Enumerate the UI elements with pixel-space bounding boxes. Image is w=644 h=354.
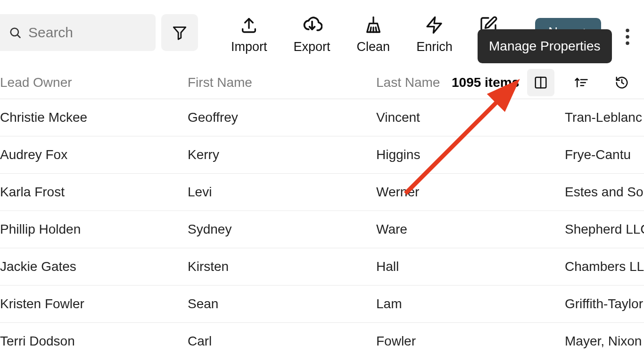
cell-last: Ware <box>376 222 565 237</box>
svg-line-1 <box>17 35 20 37</box>
svg-line-20 <box>622 83 624 84</box>
cell-extra: Shepherd LLC <box>565 222 644 237</box>
header-lead-owner[interactable]: Lead Owner <box>0 75 188 90</box>
table-row[interactable]: Terri DodsonCarlFowlerMayer, Nixon <box>0 323 644 354</box>
broom-icon <box>364 16 383 34</box>
table-row[interactable]: Audrey FoxKerryHigginsFrye-Cantu <box>0 136 644 174</box>
cell-last: Higgins <box>376 147 565 162</box>
history-button[interactable] <box>608 69 636 96</box>
filter-button[interactable] <box>161 14 198 51</box>
cell-last: Vincent <box>376 110 565 125</box>
table-header: Lead Owner First Name Last Name 1095 ite… <box>0 66 644 99</box>
clean-label: Clean <box>357 40 390 54</box>
table-row[interactable]: Kristen FowlerSeanLamGriffith-Taylor <box>0 286 644 323</box>
cell-extra: Frye-Cantu <box>565 147 644 162</box>
filter-icon <box>172 25 188 41</box>
search-box[interactable] <box>0 14 156 51</box>
cell-last: Lam <box>376 296 565 312</box>
header-tools <box>527 69 636 96</box>
svg-line-8 <box>376 27 377 32</box>
search-icon <box>8 26 22 39</box>
search-input[interactable] <box>28 25 147 41</box>
history-icon <box>615 76 629 90</box>
enrich-label: Enrich <box>416 40 453 54</box>
svg-point-11 <box>626 35 629 39</box>
svg-point-10 <box>626 29 629 33</box>
cell-owner: Karla Frost <box>0 185 188 200</box>
cell-extra: Estes and Sons <box>565 185 644 200</box>
cell-first: Kirsten <box>188 259 376 274</box>
cell-owner: Terri Dodson <box>0 334 188 349</box>
cell-first: Sydney <box>188 222 376 237</box>
table-body: Christie MckeeGeoffreyVincentTran-Leblan… <box>0 99 644 354</box>
items-count: 1095 items <box>452 75 519 90</box>
cell-last: Werner <box>376 185 565 200</box>
cell-owner: Christie Mckee <box>0 110 188 125</box>
table-row[interactable]: Phillip HoldenSydneyWareShepherd LLC <box>0 211 644 248</box>
table-row[interactable]: Christie MckeeGeoffreyVincentTran-Leblan… <box>0 99 644 136</box>
cell-extra: Chambers LLC <box>565 259 644 274</box>
cell-first: Carl <box>188 334 376 349</box>
cell-last: Hall <box>376 259 565 274</box>
import-button[interactable]: Import <box>231 14 267 54</box>
columns-button[interactable] <box>527 69 554 96</box>
export-button[interactable]: Export <box>294 14 330 54</box>
enrich-button[interactable]: Enrich <box>416 14 453 54</box>
clean-button[interactable]: Clean <box>357 14 390 54</box>
more-button[interactable] <box>620 24 635 52</box>
svg-point-12 <box>626 42 629 45</box>
cloud-download-icon <box>302 15 322 35</box>
columns-icon <box>534 76 548 90</box>
upload-icon <box>239 16 258 34</box>
more-vertical-icon <box>625 28 630 45</box>
cell-extra: Tran-Leblanc <box>565 110 644 125</box>
cell-first: Geoffrey <box>188 110 376 125</box>
import-label: Import <box>231 40 267 54</box>
cell-owner: Jackie Gates <box>0 259 188 274</box>
toolbar: Import Export Clean Enr <box>0 0 644 66</box>
cell-extra: Griffith-Taylor <box>565 296 644 312</box>
table-row[interactable]: Karla FrostLeviWernerEstes and Sons <box>0 174 644 211</box>
sort-button[interactable] <box>568 69 595 96</box>
svg-marker-2 <box>173 27 186 39</box>
cell-first: Levi <box>188 185 376 200</box>
cell-first: Kerry <box>188 147 376 162</box>
header-last-name[interactable]: Last Name <box>376 75 452 90</box>
export-label: Export <box>294 40 330 54</box>
sort-icon <box>574 76 588 90</box>
cell-extra: Mayer, Nixon <box>565 334 644 349</box>
cell-last: Fowler <box>376 334 565 349</box>
cell-first: Sean <box>188 296 376 312</box>
action-group: Import Export Clean Enr <box>231 14 498 54</box>
cell-owner: Audrey Fox <box>0 147 188 162</box>
cell-owner: Phillip Holden <box>0 222 188 237</box>
bolt-icon <box>425 16 444 34</box>
tooltip: Manage Properties <box>478 29 612 63</box>
svg-marker-9 <box>427 17 441 33</box>
cell-owner: Kristen Fowler <box>0 296 188 312</box>
table-row[interactable]: Jackie GatesKirstenHallChambers LLC <box>0 248 644 286</box>
svg-line-6 <box>370 27 371 32</box>
header-first-name[interactable]: First Name <box>188 75 376 90</box>
